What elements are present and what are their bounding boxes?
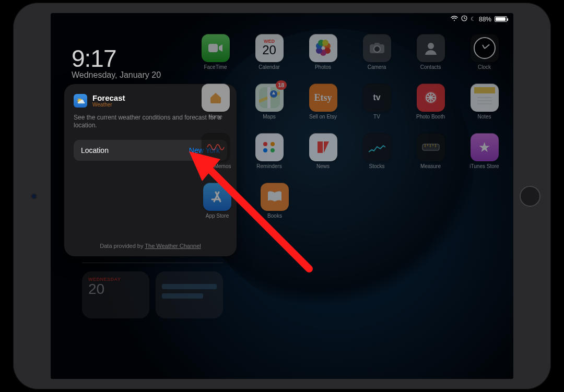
popover-title: Forecast (92, 93, 125, 102)
app-photos[interactable]: Photos (304, 34, 342, 70)
app-label: Notes (477, 114, 491, 120)
app-stocks[interactable]: Stocks (358, 133, 395, 169)
contacts-icon (417, 34, 445, 62)
books-icon (261, 183, 289, 211)
etsy-icon: Etsy (309, 84, 337, 112)
stocks-icon (363, 133, 391, 161)
facetime-icon (202, 34, 230, 62)
svg-rect-4 (374, 43, 380, 45)
voicememos-icon (202, 133, 230, 161)
app-camera[interactable]: Camera (358, 34, 395, 70)
app-home[interactable]: Home (197, 84, 234, 120)
app-label: Calendar (258, 64, 280, 70)
app-itunes[interactable]: ★ iTunes Store (466, 133, 503, 169)
notes-icon (471, 84, 499, 112)
app-label: TV (373, 114, 380, 120)
battery-percent-label: 88% (479, 16, 491, 23)
app-reminders[interactable]: Reminders (251, 133, 288, 169)
popover-subtitle: Weather (92, 102, 125, 108)
news-icon (309, 133, 337, 161)
svg-point-3 (374, 46, 380, 52)
app-etsy[interactable]: Etsy Sell on Etsy (304, 84, 342, 120)
itunes-icon: ★ (471, 133, 499, 161)
app-label: Reminders (256, 163, 281, 169)
app-label: Sell on Etsy (309, 114, 337, 120)
app-label: Voice Memos (199, 163, 231, 169)
app-label: iTunes Store (469, 163, 499, 169)
maps-badge: 18 (276, 80, 286, 90)
camera-icon (363, 34, 391, 62)
app-label: Camera (368, 64, 386, 70)
app-label: Stocks (369, 163, 384, 169)
app-label: FaceTime (204, 64, 227, 70)
app-label: News (316, 163, 330, 169)
app-label: Photo Booth (416, 114, 445, 120)
home-button[interactable] (520, 186, 540, 207)
wifi-icon (451, 16, 458, 23)
clock-icon (471, 34, 499, 62)
battery-icon (495, 16, 507, 22)
app-label: Clock (478, 64, 491, 70)
location-label: Location (81, 146, 109, 155)
ipad-bezel: ☾ 88% 9:17 Wednesday, January 20 ⛅ Forec… (13, 3, 551, 389)
lock-date: Wednesday, January 20 (72, 70, 161, 80)
app-label: Measure (420, 163, 441, 169)
provider-link[interactable]: The Weather Channel (145, 243, 201, 249)
app-measure[interactable]: Measure (412, 133, 449, 169)
calendar-widget-dimmed[interactable]: WEDNESDAY 20 (82, 271, 149, 318)
app-notes[interactable]: Notes (466, 84, 503, 120)
status-bar: ☾ 88% (451, 15, 507, 23)
app-label: Contacts (420, 64, 441, 70)
app-voicememos[interactable]: Voice Memos (197, 133, 234, 169)
home-screen-apps: FaceTime WED 20 Calendar (197, 34, 503, 342)
maps-icon: 18 (255, 84, 284, 112)
app-calendar[interactable]: WED 20 Calendar (251, 34, 288, 70)
app-clock[interactable]: Clock (466, 34, 503, 70)
app-contacts[interactable]: Contacts (412, 34, 449, 70)
app-maps[interactable]: 18 Maps (251, 84, 288, 120)
moon-icon: ☾ (471, 16, 476, 22)
app-label: App Store (206, 213, 229, 219)
lock-time: 9:17 (72, 44, 161, 73)
app-label: Books (267, 213, 282, 219)
app-tv[interactable]: tv TV (358, 84, 395, 120)
app-appstore[interactable]: App Store (197, 183, 238, 219)
app-news[interactable]: News (304, 133, 342, 169)
svg-rect-10 (474, 87, 495, 93)
front-camera (32, 194, 36, 198)
app-photobooth[interactable]: Photo Booth (412, 84, 449, 120)
lock-clock: 9:17 Wednesday, January 20 (72, 44, 161, 80)
calendar-icon: WED 20 (255, 34, 284, 62)
rotation-lock-icon (461, 15, 467, 23)
home-icon (202, 84, 230, 112)
tv-icon: tv (363, 84, 391, 112)
appstore-icon (203, 183, 231, 211)
ipad-screen: ☾ 88% 9:17 Wednesday, January 20 ⛅ Forec… (51, 13, 513, 379)
calendar-widget-day: 20 (88, 281, 143, 298)
provider-prefix: Data provided by (100, 243, 145, 249)
calendar-tile-day: 20 (262, 43, 276, 57)
svg-rect-1 (208, 44, 218, 52)
svg-point-5 (428, 43, 434, 49)
app-label: Home (208, 114, 222, 120)
app-label: Maps (263, 114, 275, 120)
app-facetime[interactable]: FaceTime (197, 34, 234, 70)
reminders-icon (255, 133, 284, 161)
photobooth-icon (417, 84, 445, 112)
app-books[interactable]: Books (254, 183, 295, 219)
weather-app-icon: ⛅ (74, 94, 87, 108)
measure-icon (417, 133, 445, 161)
app-label: Photos (315, 64, 331, 70)
photos-icon (309, 34, 337, 62)
